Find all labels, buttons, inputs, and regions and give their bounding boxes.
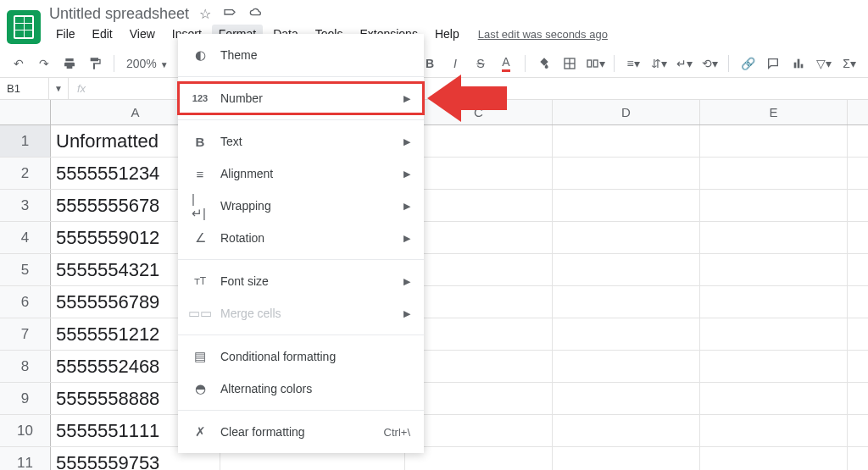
cell[interactable] [700, 222, 848, 253]
cell[interactable] [553, 158, 700, 189]
cell[interactable] [405, 383, 553, 414]
filter-icon[interactable]: ▽▾ [814, 53, 834, 74]
zoom-select[interactable]: 200% ▼ [123, 57, 172, 70]
row-header[interactable]: 4 [0, 222, 51, 253]
cell[interactable] [700, 383, 848, 414]
format-alignment[interactable]: ≡ Alignment ▶ [178, 158, 424, 190]
undo-icon[interactable]: ↶ [8, 53, 29, 74]
wrap-icon[interactable]: ↵▾ [674, 53, 694, 74]
document-title[interactable]: Untitled spreadsheet [49, 5, 189, 23]
cell[interactable] [553, 415, 700, 446]
print-icon[interactable] [59, 53, 80, 74]
cell[interactable] [553, 286, 700, 318]
format-theme[interactable]: ◐ Theme [178, 39, 424, 71]
cell[interactable] [700, 190, 848, 221]
cell[interactable] [405, 125, 553, 157]
menu-label: Text [220, 135, 242, 148]
cell[interactable] [405, 286, 553, 318]
wrapping-icon: |↵| [192, 191, 209, 221]
cell[interactable] [553, 383, 700, 414]
menu-view[interactable]: View [123, 25, 162, 43]
svg-rect-6 [798, 59, 800, 69]
alignment-icon: ≡ [192, 167, 209, 181]
star-icon[interactable]: ☆ [199, 6, 211, 22]
cell[interactable] [700, 447, 848, 470]
row-header[interactable]: 2 [0, 158, 51, 189]
col-header-D[interactable]: D [553, 100, 700, 124]
cell[interactable] [405, 254, 553, 285]
fill-color-icon[interactable] [534, 53, 554, 74]
borders-icon[interactable] [559, 53, 580, 74]
format-clear[interactable]: ✗ Clear formatting Ctrl+\ [178, 416, 424, 448]
paint-format-icon[interactable] [85, 53, 105, 74]
cell[interactable] [553, 190, 700, 221]
format-number[interactable]: 123 Number ▶ [178, 82, 424, 114]
cell[interactable] [553, 318, 700, 350]
row-header[interactable]: 11 [0, 447, 51, 470]
merge-icon[interactable]: ▾ [585, 53, 605, 74]
format-text[interactable]: B Text ▶ [178, 125, 424, 158]
row-header[interactable]: 6 [0, 286, 51, 318]
format-menu-dropdown: ◐ Theme 123 Number ▶ B Text ▶ ≡ Alignmen… [178, 34, 424, 453]
select-all-corner[interactable] [0, 100, 51, 124]
name-box-dropdown-icon[interactable]: ▼ [49, 78, 69, 99]
redo-icon[interactable]: ↷ [34, 53, 54, 74]
row-header[interactable]: 7 [0, 318, 51, 350]
cell[interactable] [700, 125, 848, 157]
cell[interactable] [405, 158, 553, 189]
row-header[interactable]: 8 [0, 351, 51, 382]
text-color-icon[interactable]: A [496, 53, 516, 74]
rotate-icon[interactable]: ⟲▾ [699, 53, 720, 74]
strikethrough-icon[interactable]: S [470, 53, 491, 74]
name-box[interactable]: B1 [0, 78, 49, 99]
cell[interactable] [405, 351, 553, 382]
shortcut-label: Ctrl+\ [384, 426, 410, 439]
cell[interactable] [405, 415, 553, 446]
row-header[interactable]: 9 [0, 383, 51, 414]
format-conditional[interactable]: ▤ Conditional formatting [178, 340, 424, 373]
cell[interactable] [405, 222, 553, 253]
col-header-E[interactable]: E [700, 100, 848, 124]
italic-icon[interactable]: I [445, 53, 465, 74]
menu-help[interactable]: Help [428, 25, 466, 43]
menu-edit[interactable]: Edit [86, 25, 120, 43]
align-icon[interactable]: ≡▾ [623, 53, 643, 74]
chart-icon[interactable] [788, 53, 809, 74]
cell[interactable] [405, 190, 553, 221]
cell[interactable] [553, 125, 700, 157]
row-header[interactable]: 5 [0, 254, 51, 285]
functions-icon[interactable]: Σ▾ [839, 53, 860, 74]
format-wrapping[interactable]: |↵| Wrapping ▶ [178, 190, 424, 222]
cell[interactable] [700, 286, 848, 318]
move-icon[interactable] [223, 6, 236, 22]
cell[interactable] [700, 318, 848, 350]
format-rotation[interactable]: ∠ Rotation ▶ [178, 222, 424, 254]
cell[interactable] [700, 158, 848, 189]
submenu-arrow-icon: ▶ [403, 233, 410, 244]
cell[interactable] [553, 254, 700, 285]
link-icon[interactable]: 🔗 [737, 53, 758, 74]
cell[interactable] [405, 447, 553, 470]
format-alternating[interactable]: ◓ Alternating colors [178, 373, 424, 405]
last-edit-link[interactable]: Last edit was seconds ago [478, 28, 608, 41]
cell[interactable] [700, 254, 848, 285]
row-header[interactable]: 10 [0, 415, 51, 446]
cell[interactable] [553, 222, 700, 253]
cell[interactable] [700, 415, 848, 446]
sheets-logo[interactable] [7, 10, 41, 44]
cell[interactable] [553, 447, 700, 470]
row-header[interactable]: 3 [0, 190, 51, 221]
comment-icon[interactable] [763, 53, 783, 74]
valign-icon[interactable]: ⇵▾ [648, 53, 669, 74]
format-merge: ▭▭ Merge cells ▶ [178, 297, 424, 329]
cell[interactable] [405, 318, 553, 350]
cell[interactable] [553, 351, 700, 382]
menu-file[interactable]: File [49, 25, 82, 43]
row-header[interactable]: 1 [0, 125, 51, 157]
cloud-icon[interactable] [248, 6, 264, 22]
menu-label: Wrapping [220, 199, 271, 213]
cell[interactable] [700, 351, 848, 382]
fontsize-icon: ᴛT [192, 275, 209, 287]
format-fontsize[interactable]: ᴛT Font size ▶ [178, 265, 424, 297]
menu-label: Merge cells [220, 307, 281, 320]
